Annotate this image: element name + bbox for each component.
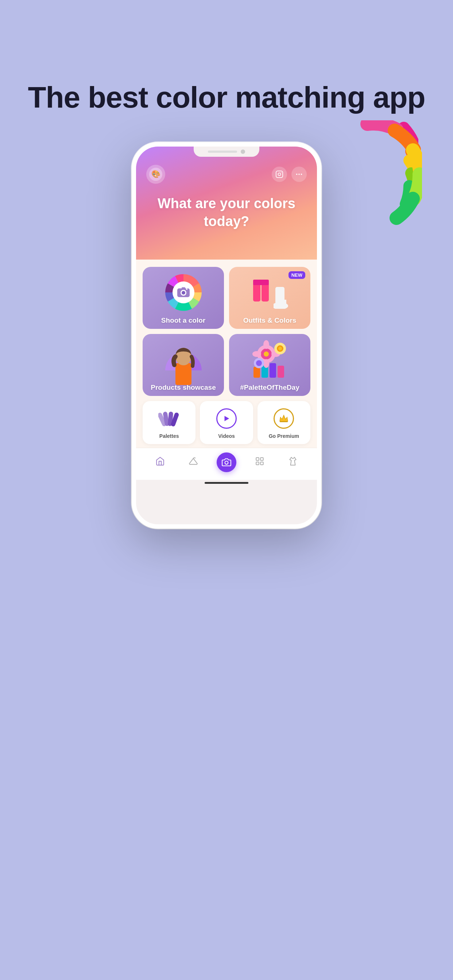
videos-label: Videos bbox=[218, 433, 235, 439]
card-products-label: Products showcase bbox=[147, 379, 219, 396]
crown-button bbox=[274, 408, 294, 429]
svg-point-3 bbox=[278, 173, 281, 175]
svg-rect-47 bbox=[260, 458, 263, 460]
svg-marker-42 bbox=[224, 416, 229, 422]
svg-rect-2 bbox=[276, 171, 283, 178]
card-products-showcase[interactable]: Products showcase bbox=[143, 334, 224, 396]
mini-card-videos[interactable]: Videos bbox=[200, 401, 253, 444]
home-icon bbox=[155, 457, 165, 468]
mini-card-palettes[interactable]: Palettes bbox=[143, 401, 196, 444]
instagram-button[interactable] bbox=[272, 167, 287, 182]
dress-icon bbox=[288, 457, 298, 468]
premium-label: Go Premium bbox=[269, 433, 299, 439]
cards-row-2: Products showcase bbox=[143, 334, 310, 396]
products-illustration bbox=[143, 334, 224, 385]
mini-card-premium[interactable]: Go Premium bbox=[257, 401, 310, 444]
notch-bar bbox=[208, 151, 237, 153]
nav-home[interactable] bbox=[149, 457, 171, 468]
card-shoot-color[interactable]: Shoot a color bbox=[143, 267, 224, 329]
svg-point-35 bbox=[278, 347, 282, 350]
svg-rect-12 bbox=[182, 287, 185, 290]
home-indicator bbox=[205, 482, 248, 484]
header-question: What are your colors today? bbox=[146, 195, 307, 231]
notch-camera bbox=[241, 150, 245, 154]
svg-point-30 bbox=[263, 359, 269, 368]
svg-rect-16 bbox=[253, 280, 269, 285]
rainbow-arc-main bbox=[313, 120, 422, 233]
svg-rect-46 bbox=[256, 458, 259, 460]
app-logo: 🎨 bbox=[146, 165, 165, 184]
svg-rect-25 bbox=[278, 366, 284, 378]
hanger-icon bbox=[188, 457, 198, 468]
mini-cards-row: Palettes Videos bbox=[143, 401, 310, 444]
nav-outfit[interactable] bbox=[282, 457, 304, 468]
svg-rect-17 bbox=[275, 287, 284, 302]
svg-marker-43 bbox=[280, 415, 288, 422]
card-outfits-colors[interactable]: NEW bbox=[229, 267, 310, 329]
card-palette-of-day[interactable]: #PaletteOfTheDay bbox=[229, 334, 310, 396]
palettes-label: Palettes bbox=[160, 433, 179, 439]
svg-rect-24 bbox=[270, 363, 276, 378]
svg-point-13 bbox=[186, 288, 187, 290]
page-title: The best color matching app bbox=[28, 80, 425, 115]
new-badge: NEW bbox=[289, 271, 305, 279]
palettes-icon bbox=[158, 407, 180, 430]
svg-rect-22 bbox=[254, 367, 260, 378]
svg-point-7 bbox=[301, 173, 302, 175]
card-outfits-label: Outfits & Colors bbox=[239, 312, 300, 329]
play-button bbox=[216, 408, 237, 429]
nav-wardrobe[interactable] bbox=[182, 457, 204, 468]
nav-camera[interactable] bbox=[215, 452, 238, 472]
svg-text:🎨: 🎨 bbox=[152, 170, 161, 178]
svg-point-31 bbox=[252, 351, 261, 357]
header-icons bbox=[272, 167, 307, 182]
header-top-row: 🎨 bbox=[146, 165, 307, 184]
svg-rect-44 bbox=[280, 421, 288, 422]
premium-icon bbox=[273, 407, 295, 430]
svg-point-5 bbox=[296, 173, 298, 175]
cards-row-1: Shoot a color NEW bbox=[143, 267, 310, 329]
card-palette-label: #PaletteOfTheDay bbox=[236, 379, 303, 396]
card-shoot-color-label: Shoot a color bbox=[158, 312, 209, 329]
svg-point-28 bbox=[264, 352, 269, 356]
nav-gallery[interactable] bbox=[249, 457, 271, 468]
app-content: Shoot a color NEW bbox=[136, 259, 317, 448]
svg-point-29 bbox=[263, 340, 269, 349]
svg-rect-49 bbox=[260, 462, 263, 465]
shoot-color-illustration bbox=[143, 267, 224, 318]
phone-frame: 🎨 bbox=[132, 142, 321, 529]
videos-icon bbox=[215, 407, 238, 430]
palette-illustration bbox=[229, 334, 310, 385]
svg-point-11 bbox=[182, 291, 185, 294]
phone-notch bbox=[194, 146, 259, 157]
svg-rect-48 bbox=[256, 462, 259, 465]
svg-point-6 bbox=[298, 173, 300, 175]
gallery-icon bbox=[255, 457, 265, 468]
app-header: 🎨 bbox=[136, 146, 317, 259]
svg-point-37 bbox=[256, 360, 262, 366]
svg-point-45 bbox=[225, 461, 228, 464]
more-button[interactable] bbox=[292, 167, 307, 182]
svg-rect-19 bbox=[275, 300, 286, 307]
svg-point-4 bbox=[281, 172, 282, 173]
phone-wrapper: 🎨 bbox=[132, 142, 321, 529]
camera-icon bbox=[217, 452, 236, 472]
bottom-nav bbox=[136, 448, 317, 480]
